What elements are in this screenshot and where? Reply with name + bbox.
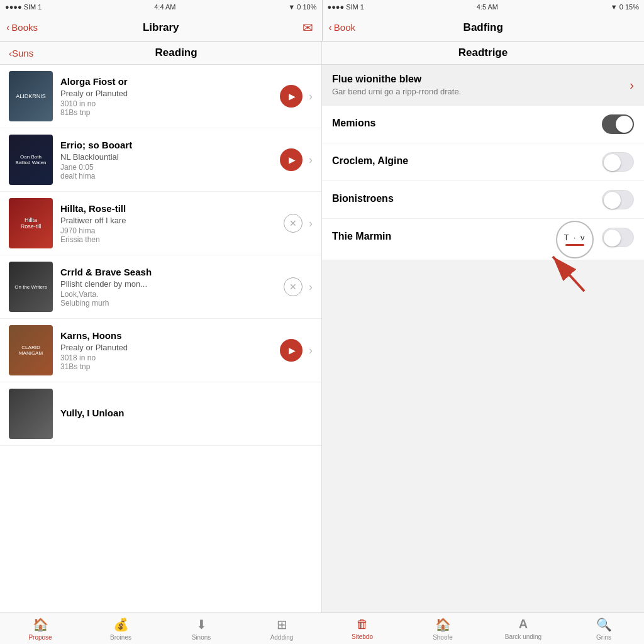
book-cover[interactable]: ALIDKRNIS [9,71,53,121]
book-cover-image: On the Writers [9,262,53,312]
list-item: ALIDKRNIS Alorga Fiost or Prealy or Plan… [0,65,321,128]
book-cover-image [9,389,53,439]
list-item: Yully, I Unloan [0,382,321,446]
play-button[interactable] [280,85,303,108]
list-item: Oan BothBalliod Waten Errio; so Booart N… [0,128,321,192]
tab-grins[interactable]: 🔍 Grins [564,613,644,644]
toggle-thie-marmin[interactable] [602,228,634,247]
tab-bar: 🏠 Propose 💰 Broines ⬇ Sinons ⊞ Addding 🗑… [0,613,644,644]
settings-item-title: Bionistroens [332,193,394,204]
settings-item-title: Croclem, Algine [332,155,408,167]
settings-item-croclem[interactable]: Croclem, Algine [322,143,644,181]
book-info: Karns, Hoons Prealy or Planuted 3018 in … [60,330,275,371]
tab-propose[interactable]: 🏠 Propose [0,613,80,644]
book-actions: ✕ › [284,214,313,233]
book-title: Hillta, Rose-till [60,203,279,214]
book-actions: › [280,85,313,108]
book-detail1: J970 hima [60,226,279,235]
toggle-knob [604,154,621,171]
book-actions: ✕ › [284,277,313,296]
toggle-croclem[interactable] [602,152,634,172]
back-books-button[interactable]: ‹ Books [6,22,38,33]
tab-label: Barck unding [505,633,541,640]
forward-arrow[interactable]: › [309,280,313,294]
forward-arrow[interactable]: › [309,217,313,230]
play-button[interactable] [280,148,303,171]
book-info: Alorga Fiost or Prealy or Planuted 3010 … [60,76,275,117]
book-info: Crrld & Brave Seash Pllisht clender by m… [60,267,279,308]
tab-label: Shoofe [433,634,453,641]
time-right: 4:5 AM [477,3,498,11]
download-icon: ⬇ [196,617,207,632]
settings-item-bionistroens[interactable]: Bionistroens [322,181,644,219]
right-panel: Readtrige Flue wionithe blew Gar bend ur… [322,42,644,613]
play-button[interactable] [280,339,303,362]
back-book-button[interactable]: ‹ Book [329,22,356,33]
book-cover[interactable]: HilltaRose-till [9,198,53,248]
forward-arrow[interactable]: › [309,90,313,103]
book-list: ALIDKRNIS Alorga Fiost or Prealy or Plan… [0,65,321,613]
book-cover[interactable]: Oan BothBalliod Waten [9,135,53,185]
book-author: Prealy or Planuted [60,343,275,352]
book-cover[interactable] [9,389,53,439]
tab-addding[interactable]: ⊞ Addding [242,613,322,644]
mail-icon[interactable]: ✉ [303,20,313,35]
toggle-bionistroens[interactable] [602,190,634,209]
book-info: Yully, I Unloan [60,408,313,420]
book-info: Hillta, Rose-till Praltiwer off I kare J… [60,203,279,244]
battery-right: ▼ 0 15% [611,3,639,11]
main-content: ‹ Suns Reading ALIDKRNIS Alorga Fiost or… [0,42,644,613]
svg-line-1 [553,257,584,291]
settings-item-subtitle: Gar bend urni go a ripp-rrond drate. [332,87,630,96]
forward-arrow[interactable]: › [309,344,313,357]
book-detail2: dealt hima [60,172,275,180]
tab-label: Broines [110,634,131,641]
toggle-memions[interactable] [602,114,634,134]
toggle-knob [604,192,621,209]
book-cover[interactable]: On the Writers [9,262,53,312]
book-cover-image: Oan BothBalliod Waten [9,135,53,185]
right-subheader: Readtrige [322,42,644,65]
tab-broines[interactable]: 💰 Broines [80,613,161,644]
remove-button[interactable]: ✕ [284,214,303,233]
nav-bars: ‹ Books Library ✉ ‹ Book Badfing [0,14,644,42]
font-icon: A [519,617,528,631]
battery-left: ▼ 0 10% [288,3,316,11]
settings-item-text: Flue wionithe blew Gar bend urni go a ri… [332,74,630,96]
book-cover[interactable]: CLARIDMANIGAM [9,325,53,375]
book-detail2: Selubing murh [60,299,279,308]
tab-barck-unding[interactable]: A Barck unding [483,613,564,644]
left-panel-title: Reading [40,47,313,59]
right-panel-title: Readtrige [331,47,635,59]
tab-sinons[interactable]: ⬇ Sinons [161,613,242,644]
tab-shoofe[interactable]: 🏠 Shoofe [402,613,483,644]
list-item: CLARIDMANIGAM Karns, Hoons Prealy or Pla… [0,319,321,382]
book-actions: › [280,148,313,171]
tooltip-circle: T · v [556,221,594,258]
signal-left: ●●●● SIM 1 [5,3,42,11]
book-detail2: Erissia then [60,235,279,244]
settings-item-title: Flue wionithe blew [332,74,630,85]
book-cover-image: HilltaRose-till [9,198,53,248]
settings-item-thie-marmin[interactable]: Thie Marmin T · v [322,219,644,260]
book-detail1: Look,Varta. [60,290,279,299]
book-title: Crrld & Brave Seash [60,267,279,277]
book-detail1: 3018 in no [60,353,275,362]
home-icon: 🏠 [33,617,48,632]
book-title: Yully, I Unloan [60,408,313,418]
remove-button[interactable]: ✕ [284,277,303,296]
tab-label: Propose [28,634,52,641]
house-icon: 🏠 [435,617,451,632]
book-title: Errio; so Booart [60,140,275,150]
status-bar: ●●●● SIM 1 4:4 AM ▼ 0 10% ●●●● SIM 1 4:5… [0,0,644,14]
book-info: Errio; so Booart NL Blacklountial Jane 0… [60,140,275,180]
back-suns-button[interactable]: ‹ Suns [9,48,33,58]
settings-item-top[interactable]: Flue wionithe blew Gar bend urni go a ri… [322,65,644,106]
book-author: Prealy or Planuted [60,89,275,98]
nav-left-title: Library [143,21,179,34]
settings-item-memions[interactable]: Memions [322,106,644,143]
book-detail2: 31Bs tnp [60,362,275,371]
tab-label: Addding [270,634,294,641]
forward-arrow[interactable]: › [309,153,313,167]
tab-sitebdo[interactable]: 🗑 Sitebdo [322,613,402,644]
